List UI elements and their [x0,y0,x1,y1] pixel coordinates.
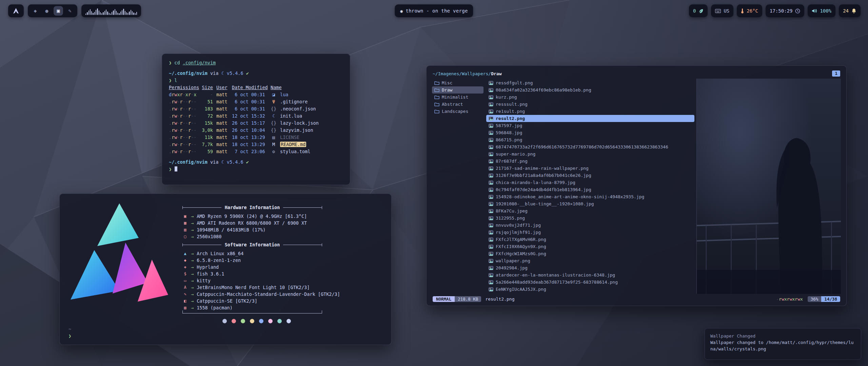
image-icon [489,117,493,121]
file-item[interactable]: 587597.jpg [486,122,694,129]
file-item[interactable]: nnvuv0xj2df71.jpg [486,222,694,229]
file-item[interactable]: 0c794faf07de24a4db4d4fb1eb813964.jpg [486,186,694,193]
image-icon [489,102,493,106]
volume-module[interactable]: 100% [808,4,835,17]
ls-permissions: .rw-r--r-- [169,127,197,134]
keyboard-layout-module[interactable]: US [711,4,733,17]
notifications-module[interactable]: 24 [839,4,861,17]
file-item[interactable]: 3122955.png [486,215,694,222]
scroll-percent: 36% [808,296,822,302]
clock-module[interactable]: 17:50:29 [766,4,804,17]
image-icon [489,252,493,256]
section-footer-line [182,313,322,313]
ls-date: 6 oct 00:31 [232,91,267,98]
file-item[interactable]: 154928-odinokoe_anime-art-anime-okno-sin… [486,193,694,200]
ls-file-row: .rw-r--r--3,0kmatt26 oct 10:04{}lazyvim.… [169,127,343,134]
file-item[interactable]: 19201080-__blue-tinge__-1920×1080.jpg [486,200,694,207]
folder-icon [434,81,439,85]
image-icon [489,223,493,227]
file-item[interactable]: atardecer-en-la-montanas-ilustracion-634… [486,271,694,279]
prompt-context-2: ~/.config/nvim via ☾ v5.4.6 ✔ [169,159,343,166]
ls-size: 51 [200,98,213,105]
terminal-window[interactable]: ❯ cd .config/nvim ~/.config/nvim via ☾ v… [162,54,350,185]
ls-size: 183 [200,105,213,113]
file-item[interactable]: 596848.jpg [486,129,694,136]
workspace-button-three[interactable]: ▣ [54,6,63,16]
image-icon [489,159,493,163]
folder-name: Minimalist [442,95,468,100]
file-item[interactable]: FXfcJlTXgAMvH6R.png [486,236,694,243]
fetch-prompt[interactable]: ~ ❯ [68,326,71,339]
image-icon [489,273,493,277]
image-icon [489,95,493,99]
arrow-icon: → [191,270,194,277]
file-item[interactable]: resssult.png [486,101,694,108]
file-item[interactable]: super-mario.png [486,150,694,158]
fetch-terminal-window[interactable]: Hardware Information ▣→AMD Ryzen 9 5900X… [59,194,392,345]
folder-name: Misc [442,80,452,85]
workspace-button-one[interactable]: ◆ [31,6,40,16]
image-icon [489,152,493,156]
info-text: AMD Ryzen 9 5900X (24) @ 4.9GHz [61.3°C] [197,213,307,220]
file-item[interactable]: rsjqojlmjhf91.jpg [486,229,694,236]
notification-popup[interactable]: Wallpaper Changed Wallpaper changed to /… [705,328,861,360]
active-prompt[interactable]: ❯ [169,166,343,173]
info-text: 6.5.8-zen1-1-zen [197,257,241,264]
arrow-icon: → [191,257,194,264]
ls-permissions: .rw-r--r-- [169,105,197,113]
font-icon: A [182,284,188,291]
ls-size: 72 [200,113,213,120]
file-item[interactable]: wallpaper.png [486,257,694,264]
file-item[interactable]: 8FKa7Cu.jpeg [486,207,694,215]
file-item[interactable]: FXfcII0X0AQyn9X.png [486,243,694,250]
media-player-module[interactable]: ◉ thrown - on the verge [395,4,473,17]
folder-item[interactable]: Minimalist [432,94,484,101]
ls-filename: .gitignore [280,98,343,105]
image-icon [489,230,493,235]
file-item[interactable]: result2.png [486,115,694,122]
tab-indicator[interactable]: 1 [832,70,840,77]
workspace-button-two[interactable]: ● [42,6,52,16]
file-item[interactable]: 87r687df.png [486,158,694,165]
file-item[interactable]: 5a266e448add93deab367d87173e9f25-6837886… [486,279,694,286]
info-row: ▣→AMD Ryzen 9 5900X (24) @ 4.9GHz [61.3°… [182,213,382,220]
image-icon [489,209,493,213]
image-icon [489,216,493,220]
file-item[interactable]: chica-mirando-la-luna-8799.jpg [486,179,694,186]
cava-bar [132,11,133,15]
info-text: AMD ATI Radeon RX 6800/6800 XT / 6900 XT [197,220,307,226]
file-item[interactable]: re1sult.png [486,108,694,115]
ls-user: matt [216,120,229,127]
file-item[interactable]: 68747470733a2f2f696d616765732d7769786d70… [486,143,694,150]
ls-permissions: .rw-r--r-- [169,113,197,120]
file-name: kurz.png [496,95,517,100]
selected-filename: result2.png [485,297,514,302]
icons-icon: ◧ [182,298,188,304]
workspace-button-four[interactable]: ✎ [65,6,75,16]
file-item[interactable]: 217167-sad-anime-rain-wallpaper.png [486,165,694,172]
ls-date: 12 oct 15:32 [232,113,267,120]
folder-item[interactable]: Abstract [432,101,484,108]
cava-bar [97,8,98,15]
folder-item[interactable]: Landscapes [432,108,484,115]
file-item[interactable]: 866715.png [486,136,694,143]
file-item[interactable]: ressdfgult.png [486,79,694,86]
launcher-button[interactable] [8,4,24,17]
file-item[interactable]: EeNKYgIUcAAJ5JX.png [486,286,694,293]
image-icon [489,195,493,199]
file-item[interactable]: kurz.png [486,94,694,101]
file-item[interactable]: 08a634fa02a32364f69ebc86a98eb1eb.png [486,86,694,94]
folder-item[interactable]: Draw [432,86,484,94]
image-icon [489,245,493,249]
temperature-module[interactable]: 26°C [737,4,762,17]
file-item[interactable]: FXfcHgcWIAMzs0G.png [486,250,694,257]
file-item[interactable]: 3126f7e9bbf21a8a4af0b67b041c6e26.jpg [486,172,694,179]
file-manager-window[interactable]: ~/Imagenes/Wallpapers/Draw 1 MiscDrawMin… [426,65,847,306]
cava-bar [96,10,96,15]
updates-module[interactable]: 0 [689,4,708,17]
clock-icon [795,8,800,14]
column-header-permissions: Permissions [169,85,199,90]
folder-item[interactable]: Misc [432,79,484,86]
ls-filename: stylua.toml [280,148,343,155]
file-item[interactable]: 20492984.jpg [486,264,694,271]
